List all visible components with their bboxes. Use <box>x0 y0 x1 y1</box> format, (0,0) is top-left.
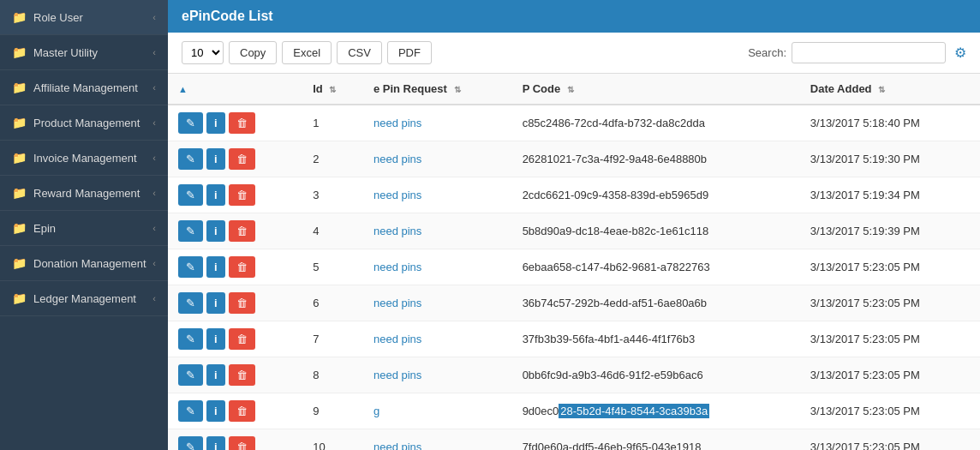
table-row: ✎ i 🗑 2 need pins 26281021-7c3a-4f92-9a4… <box>168 141 980 177</box>
epin-request-link[interactable]: need pins <box>373 117 421 129</box>
action-cell: ✎ i 🗑 <box>168 321 302 357</box>
delete-button[interactable]: 🗑 <box>229 328 255 350</box>
sidebar-item-epin[interactable]: 📁 Epin ‹ <box>0 211 168 246</box>
edit-button[interactable]: ✎ <box>178 112 203 134</box>
folder-icon: 📁 <box>12 291 27 305</box>
epin-request-link[interactable]: need pins <box>373 369 421 381</box>
edit-button[interactable]: ✎ <box>178 328 203 350</box>
epin-request-link[interactable]: need pins <box>373 297 421 309</box>
id-cell: 1 <box>302 105 363 141</box>
sidebar-item-master-utility[interactable]: 📁 Master Utility ‹ <box>0 35 168 70</box>
delete-button[interactable]: 🗑 <box>229 436 255 450</box>
col-pcode[interactable]: P Code ⇅ <box>512 74 800 105</box>
info-button[interactable]: i <box>206 364 225 386</box>
table-area: ▲ Id ⇅ e Pin Request ⇅ P Code ⇅ Date Add… <box>168 74 980 450</box>
edit-button[interactable]: ✎ <box>178 184 203 206</box>
info-button[interactable]: i <box>206 436 225 450</box>
sidebar-item-role-user[interactable]: 📁 Role User ‹ <box>0 0 168 35</box>
sidebar-item-affiliate-management[interactable]: 📁 Affiliate Management ‹ <box>0 70 168 105</box>
epin-request-cell: need pins <box>363 285 512 321</box>
table-row: ✎ i 🗑 6 need pins 36b74c57-292b-4edd-af5… <box>168 285 980 321</box>
epin-request-link[interactable]: g <box>373 405 379 417</box>
table-row: ✎ i 🗑 9 g 9d0ec028-5b2d-4f4b-8544-3ca39b… <box>168 393 980 429</box>
col-date-added[interactable]: Date Added ⇅ <box>800 74 980 105</box>
info-button[interactable]: i <box>206 184 225 206</box>
folder-icon: 📁 <box>12 221 27 235</box>
info-button[interactable]: i <box>206 112 225 134</box>
epin-request-cell: need pins <box>363 429 512 451</box>
chevron-icon: ‹ <box>152 258 156 268</box>
id-cell: 9 <box>302 393 363 429</box>
sidebar-item-product-management[interactable]: 📁 Product Management ‹ <box>0 105 168 141</box>
info-button[interactable]: i <box>206 400 225 422</box>
col-id[interactable]: Id ⇅ <box>302 74 363 105</box>
pcode-cell-container: 37fb3b39-56fa-4bf1-a446-4f1f76b3 <box>512 321 800 357</box>
id-cell: 10 <box>302 429 363 451</box>
sidebar-item-label: Reward Management <box>33 187 152 200</box>
table-header-row: ▲ Id ⇅ e Pin Request ⇅ P Code ⇅ Date Add… <box>168 74 980 105</box>
delete-button[interactable]: 🗑 <box>229 148 255 170</box>
edit-button[interactable]: ✎ <box>178 400 203 422</box>
per-page-select[interactable]: 10 25 50 <box>182 41 224 64</box>
pcode-cell-container: 2cdc6621-09c9-4358-839d-eb5965d9 <box>512 177 800 213</box>
search-input[interactable] <box>792 42 946 63</box>
delete-button[interactable]: 🗑 <box>229 400 255 422</box>
epin-request-link[interactable]: need pins <box>373 153 421 165</box>
csv-button[interactable]: CSV <box>337 41 382 64</box>
folder-icon: 📁 <box>12 186 27 200</box>
table-row: ✎ i 🗑 10 need pins 7fd0e60a-ddf5-46eb-9f… <box>168 429 980 451</box>
epin-request-cell: g <box>363 393 512 429</box>
delete-button[interactable]: 🗑 <box>229 256 255 278</box>
sidebar-item-reward-management[interactable]: 📁 Reward Management ‹ <box>0 176 168 211</box>
sidebar-item-invoice-management[interactable]: 📁 Invoice Management ‹ <box>0 141 168 176</box>
pcode-highlight: 28-5b2d-4f4b-8544-3ca39b3a <box>559 404 709 418</box>
epin-request-link[interactable]: need pins <box>373 261 421 273</box>
edit-button[interactable]: ✎ <box>178 364 203 386</box>
delete-button[interactable]: 🗑 <box>229 364 255 386</box>
excel-button[interactable]: Excel <box>282 41 332 64</box>
info-button[interactable]: i <box>206 292 225 314</box>
epin-request-cell: need pins <box>363 249 512 285</box>
edit-button[interactable]: ✎ <box>178 436 203 450</box>
edit-button[interactable]: ✎ <box>178 256 203 278</box>
sidebar-item-label: Product Management <box>33 117 152 129</box>
date-added-cell: 3/13/2017 5:18:40 PM <box>800 105 980 141</box>
action-cell: ✎ i 🗑 <box>168 105 302 141</box>
epin-request-link[interactable]: need pins <box>373 333 421 345</box>
date-added-cell: 3/13/2017 5:19:34 PM <box>800 177 980 213</box>
sidebar-item-ledger-management[interactable]: 📁 Ledger Management ‹ <box>0 281 168 316</box>
table-row: ✎ i 🗑 5 need pins 6ebaa658-c147-4b62-968… <box>168 249 980 285</box>
sidebar-item-label: Donation Management <box>33 257 152 270</box>
edit-button[interactable]: ✎ <box>178 220 203 242</box>
info-button[interactable]: i <box>206 148 225 170</box>
epin-request-link[interactable]: need pins <box>373 225 421 237</box>
page-header: ePinCode List <box>168 0 980 33</box>
epin-request-cell: need pins <box>363 105 512 141</box>
info-button[interactable]: i <box>206 328 225 350</box>
col-epin-request[interactable]: e Pin Request ⇅ <box>363 74 512 105</box>
epin-request-link[interactable]: need pins <box>373 441 421 450</box>
delete-button[interactable]: 🗑 <box>229 292 255 314</box>
gear-icon[interactable]: ⚙ <box>954 45 966 61</box>
date-added-cell: 3/13/2017 5:19:30 PM <box>800 141 980 177</box>
delete-button[interactable]: 🗑 <box>229 112 255 134</box>
epin-request-link[interactable]: need pins <box>373 189 421 201</box>
info-button[interactable]: i <box>206 220 225 242</box>
pdf-button[interactable]: PDF <box>387 41 432 64</box>
copy-button[interactable]: Copy <box>229 41 277 64</box>
sidebar-item-label: Ledger Management <box>33 292 152 305</box>
table-row: ✎ i 🗑 4 need pins 5b8d90a9-dc18-4eae-b82… <box>168 213 980 249</box>
pcode-sort-icon: ⇅ <box>567 85 574 94</box>
info-button[interactable]: i <box>206 256 225 278</box>
date-added-cell: 3/13/2017 5:23:05 PM <box>800 357 980 393</box>
folder-icon: 📁 <box>12 151 27 165</box>
delete-button[interactable]: 🗑 <box>229 184 255 206</box>
epin-table: ▲ Id ⇅ e Pin Request ⇅ P Code ⇅ Date Add… <box>168 74 980 450</box>
toolbar: 10 25 50 Copy Excel CSV PDF Search: ⚙ <box>168 33 980 74</box>
sidebar-item-donation-management[interactable]: 📁 Donation Management ‹ <box>0 246 168 281</box>
edit-button[interactable]: ✎ <box>178 292 203 314</box>
delete-button[interactable]: 🗑 <box>229 220 255 242</box>
edit-button[interactable]: ✎ <box>178 148 203 170</box>
date-added-cell: 3/13/2017 5:23:05 PM <box>800 393 980 429</box>
action-cell: ✎ i 🗑 <box>168 249 302 285</box>
